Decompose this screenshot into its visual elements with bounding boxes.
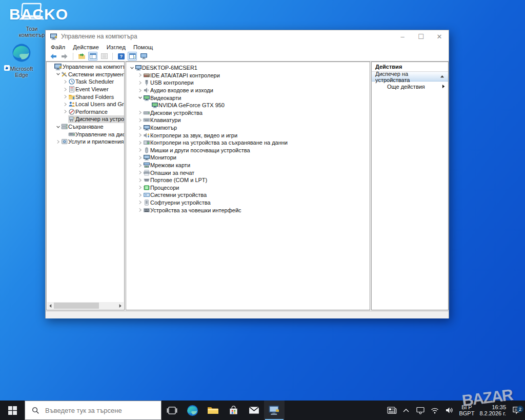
console-tree-item[interactable]: Event Viewer [47, 86, 124, 93]
device-tree-item[interactable]: Дискови устройства [126, 109, 370, 117]
device-tree-item[interactable]: Аудио входове и изходи [126, 87, 370, 94]
chevron-up-button[interactable] [400, 408, 412, 412]
device-tree-item[interactable]: Контролери на устройства за съхраняване … [126, 139, 370, 147]
device-tree-item[interactable]: IDE ATA/ATAPI контролери [126, 72, 370, 79]
expander-collapsed-icon[interactable] [137, 207, 143, 213]
expander-collapsed-icon[interactable] [62, 94, 68, 100]
device-tree-item[interactable]: Портове (COM и LPT) [126, 176, 370, 184]
expander-collapsed-icon[interactable] [62, 78, 68, 85]
expander-collapsed-icon[interactable] [137, 110, 143, 116]
device-tree-item[interactable]: NVIDIA GeForce GTX 950 [126, 102, 370, 109]
menu-item[interactable]: Помощ [133, 44, 153, 50]
device-tree-item[interactable]: DESKTOP-6MCSER1 [126, 64, 370, 72]
device-tree-item[interactable]: Монитори [126, 154, 370, 162]
console-tree-item[interactable]: Shared Folders [47, 93, 124, 101]
expander-collapsed-icon[interactable] [55, 138, 61, 145]
expander-collapsed-icon[interactable] [137, 72, 143, 78]
expander-collapsed-icon[interactable] [137, 162, 143, 168]
close-button[interactable]: ✕ [430, 30, 449, 43]
device-tree-item[interactable]: Контролери за звук, видео и игри [126, 131, 370, 139]
expander-collapsed-icon[interactable] [137, 192, 143, 198]
expander-collapsed-icon[interactable] [137, 132, 143, 138]
scrollbar-thumb[interactable] [54, 303, 99, 309]
device-tree-item[interactable]: Устройства за човешки интерфейс [126, 206, 370, 214]
search-input[interactable] [44, 406, 147, 415]
scroll-left-arrow-icon[interactable] [47, 302, 54, 309]
horizontal-scrollbar[interactable] [47, 302, 124, 309]
console-tree-item[interactable]: Системни инструменти [47, 71, 124, 78]
action-pane-button[interactable] [128, 52, 137, 61]
menu-item[interactable]: Действие [73, 44, 99, 50]
expander-collapsed-icon[interactable] [137, 139, 143, 146]
expander-collapsed-icon[interactable] [137, 87, 143, 93]
scrollbar-track[interactable] [54, 302, 117, 309]
expander-collapsed-icon[interactable] [137, 79, 143, 86]
device-tree-item[interactable]: Мрежови карти [126, 162, 370, 169]
expander-collapsed-icon[interactable] [62, 101, 68, 107]
expander-collapsed-icon[interactable] [137, 199, 143, 206]
console-tree-item[interactable]: Диспечер на устройств [47, 115, 124, 123]
actions-group-device-manager[interactable]: Диспечер на устройствата [372, 72, 448, 82]
minimize-button[interactable]: – [393, 30, 412, 43]
console-tree-item[interactable]: Услуги и приложения [47, 138, 124, 146]
scan-monitor-button[interactable] [139, 52, 148, 61]
console-tree-item[interactable]: Performance [47, 108, 124, 116]
expander-collapsed-icon[interactable] [137, 147, 143, 153]
taskbar-search-box[interactable] [25, 401, 161, 420]
scroll-right-arrow-icon[interactable] [117, 302, 124, 309]
task-view-button[interactable] [161, 401, 182, 420]
export-list-button[interactable] [77, 52, 86, 61]
console-tree-button[interactable] [88, 52, 97, 61]
menu-item[interactable]: Файл [51, 44, 65, 50]
device-tree-item[interactable]: Процесори [126, 184, 370, 192]
performance-icon [68, 109, 75, 115]
desktop-icon-edge[interactable]: Microsoft Edge [0, 43, 46, 78]
taskbar-edge[interactable] [182, 401, 203, 420]
connect-button[interactable] [415, 407, 426, 414]
start-button[interactable] [0, 401, 25, 420]
device-tree-item[interactable]: Компютър [126, 124, 370, 132]
console-tree-item[interactable]: Управление на компютъра (л [47, 63, 124, 71]
taskbar-computer-management[interactable] [264, 401, 285, 420]
expander-collapsed-icon[interactable] [137, 117, 143, 123]
device-tree-item[interactable]: Софтуерни устройства [126, 199, 370, 207]
console-tree-item[interactable]: Съхраняване [47, 123, 124, 131]
news-button[interactable] [386, 407, 397, 414]
volume-button[interactable] [443, 407, 455, 414]
menu-item[interactable]: Изглед [107, 44, 126, 50]
action-center-button[interactable]: 2 [509, 406, 524, 414]
window-titlebar[interactable]: Управление на компютъра – ☐ ✕ [46, 30, 449, 43]
back-button[interactable] [49, 52, 58, 61]
actions-more-actions[interactable]: Още действия [372, 82, 448, 91]
more-actions-label: Още действия [387, 84, 442, 90]
expander-collapsed-icon[interactable] [137, 154, 143, 161]
taskbar-store[interactable] [223, 401, 244, 420]
collapse-arrow-icon[interactable] [440, 75, 445, 78]
expander-collapsed-icon[interactable] [62, 86, 68, 92]
expander-collapsed-icon[interactable] [137, 170, 143, 176]
device-tree-item[interactable]: Мишки и други посочващи устройства [126, 147, 370, 154]
device-tree-item[interactable]: Видеокарти [126, 94, 370, 102]
device-tree-item[interactable]: USB контролери [126, 79, 370, 87]
wifi-button[interactable] [429, 407, 440, 414]
forward-button[interactable] [60, 52, 69, 61]
expander-expanded-icon[interactable] [137, 95, 143, 101]
expander-collapsed-icon[interactable] [62, 109, 68, 115]
properties-button[interactable] [99, 52, 109, 61]
taskbar-mail[interactable] [244, 401, 264, 420]
help-button[interactable]: ? [116, 52, 126, 61]
console-tree-item[interactable]: Task Scheduler [47, 78, 124, 86]
console-tree-item[interactable]: Управление на дисков [47, 130, 124, 138]
console-tree-item[interactable]: Local Users and Groups [47, 101, 124, 108]
expander-collapsed-icon[interactable] [137, 125, 143, 131]
device-tree-item[interactable]: Опашки за печат [126, 169, 370, 176]
expander-expanded-icon[interactable] [129, 65, 135, 71]
expander-collapsed-icon[interactable] [137, 185, 143, 191]
taskbar-file-explorer[interactable] [203, 401, 223, 420]
expander-expanded-icon[interactable] [55, 124, 61, 130]
device-tree-item[interactable]: Клавиатури [126, 116, 370, 124]
device-tree-item[interactable]: Системни устройства [126, 191, 370, 199]
expander-collapsed-icon[interactable] [137, 177, 143, 183]
expander-expanded-icon[interactable] [55, 71, 61, 77]
maximize-button[interactable]: ☐ [412, 30, 430, 43]
